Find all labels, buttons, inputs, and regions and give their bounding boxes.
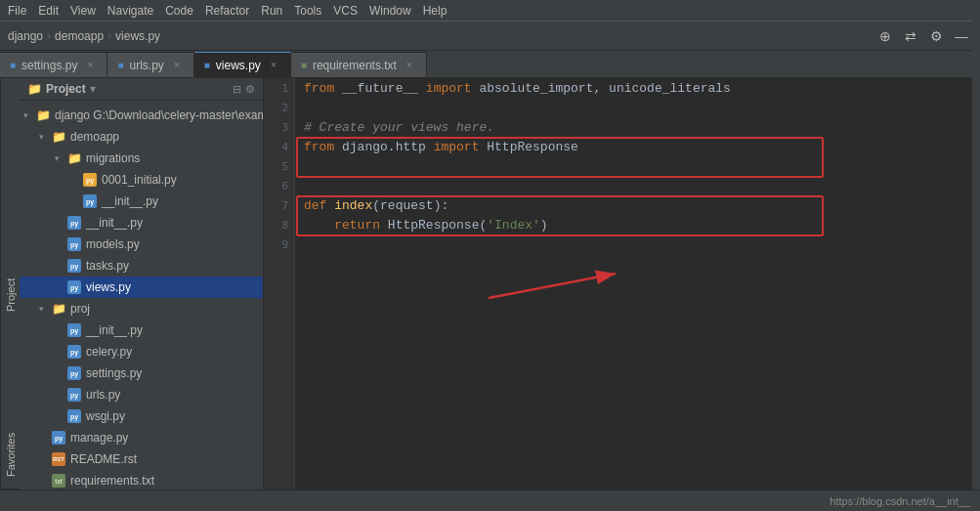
tab-settings-close[interactable]: × xyxy=(83,59,97,72)
py-icon: py xyxy=(52,431,65,445)
toolbar-add-btn[interactable]: ⊕ xyxy=(874,25,896,47)
tree-item-2[interactable]: ▾📁migrations xyxy=(20,148,263,169)
line-numbers: 123456789 xyxy=(264,78,295,511)
line-num-1: 1 xyxy=(264,78,294,98)
tree-item-15[interactable]: pymanage.py xyxy=(20,427,263,448)
py-icon: py xyxy=(67,366,81,380)
tree-item-label-15: manage.py xyxy=(70,431,128,445)
tree-item-8[interactable]: pyviews.py xyxy=(20,277,263,298)
code-line-5 xyxy=(304,156,972,176)
code-line-6 xyxy=(304,176,972,195)
tree-item-0[interactable]: ▾📁django G:\Download\celery-master\examp… xyxy=(20,105,263,126)
code-line-1: from __future__ import absolute_import, … xyxy=(304,78,972,98)
menu-bar: const mdata = JSON.parse(document.getEle… xyxy=(0,0,980,21)
menu-item-code[interactable]: Code xyxy=(165,4,193,18)
toolbar-settings-btn[interactable]: ⚙ xyxy=(925,25,947,47)
line-num-7: 7 xyxy=(264,195,294,215)
tree-item-label-12: settings.py xyxy=(86,366,142,380)
status-url: https://blog.csdn.net/a__int__ xyxy=(830,495,970,507)
tree-item-3[interactable]: py0001_initial.py xyxy=(20,169,263,191)
tree-item-label-7: tasks.py xyxy=(86,259,129,273)
line-num-3: 3 xyxy=(264,117,294,137)
py-icon: py xyxy=(67,409,81,423)
menu-item-file[interactable]: File xyxy=(8,4,26,18)
menu-item-refactor[interactable]: Refactor xyxy=(205,4,249,18)
menu-item-run[interactable]: Run xyxy=(261,4,282,18)
tab-urls-close[interactable]: × xyxy=(170,59,184,72)
tree-item-label-11: celery.py xyxy=(86,345,132,359)
svg-line-1 xyxy=(489,274,616,298)
code-token: (request): xyxy=(372,198,448,213)
code-token: from xyxy=(304,140,334,154)
code-token: absolute_import, unicode_literals xyxy=(472,81,731,96)
py-icon: py xyxy=(67,345,81,359)
sidebar-title-label: Project xyxy=(46,82,86,96)
tree-item-1[interactable]: ▾📁demoapp xyxy=(20,126,263,148)
tree-item-label-6: models.py xyxy=(86,237,140,251)
menu-item-view[interactable]: View xyxy=(70,4,96,18)
toolbar-split-btn[interactable]: ⇄ xyxy=(900,25,921,47)
menu-item-tools[interactable]: Tools xyxy=(294,4,321,18)
tree-item-7[interactable]: pytasks.py xyxy=(20,255,263,277)
tree-item-label-2: migrations xyxy=(86,151,140,165)
project-icon: 📁 xyxy=(27,82,42,96)
menu-item-edit[interactable]: Edit xyxy=(38,4,59,18)
tree-item-11[interactable]: pycelery.py xyxy=(20,341,263,362)
tree-item-label-8: views.py xyxy=(86,280,131,294)
tree-item-label-10: __init__.py xyxy=(86,323,143,337)
code-token: def xyxy=(304,198,326,213)
editor-area[interactable]: 123456789 from __future__ import absolut… xyxy=(264,78,980,511)
tree-item-label-1: demoapp xyxy=(70,130,119,144)
tree-arrow-9: ▾ xyxy=(39,304,51,314)
readme-icon: RST xyxy=(52,452,65,466)
tab-requirements[interactable]: ■ requirements.txt × xyxy=(291,52,427,77)
tree-item-14[interactable]: pywsgi.py xyxy=(20,405,263,427)
tree-arrow-0: ▾ xyxy=(23,110,35,120)
py-icon: py xyxy=(67,237,81,251)
tree-item-9[interactable]: ▾📁proj xyxy=(20,298,263,319)
menu-item-vcs[interactable]: VCS xyxy=(333,4,358,18)
code-token: return xyxy=(334,218,380,233)
py-orange-icon: py xyxy=(83,173,97,187)
tab-settings[interactable]: ■ settings.py × xyxy=(0,52,107,77)
tree-item-10[interactable]: py__init__.py xyxy=(20,319,263,341)
tab-views-close[interactable]: × xyxy=(267,59,280,72)
code-token: import xyxy=(426,81,472,96)
file-tree-panel: 📁 Project ▾ ⊟ ⚙ ▾📁django G:\Download\cel… xyxy=(20,78,264,511)
tab-requirements-label: requirements.txt xyxy=(313,59,397,72)
tree-item-12[interactable]: pysettings.py xyxy=(20,362,263,384)
favorites-tab[interactable]: Favorites xyxy=(0,421,20,490)
tab-urls[interactable]: ■ urls.py × xyxy=(107,52,193,77)
menu-item-window[interactable]: Window xyxy=(369,4,411,18)
line-num-6: 6 xyxy=(264,176,294,195)
settings-icon[interactable]: ⚙ xyxy=(245,83,255,96)
tab-views[interactable]: ■ views.py × xyxy=(194,52,291,77)
code-token: ) xyxy=(540,218,548,233)
breadcrumb-django[interactable]: django xyxy=(8,29,43,43)
tree-item-5[interactable]: py__init__.py xyxy=(20,212,263,234)
tree-item-17[interactable]: txtrequirements.txt xyxy=(20,470,263,491)
py-icon: py xyxy=(67,388,81,402)
tree-item-label-5: __init__.py xyxy=(86,216,143,230)
tree-item-13[interactable]: pyurls.py xyxy=(20,384,263,405)
annotation-arrow xyxy=(489,259,645,308)
toolbar-minimize-btn[interactable]: — xyxy=(951,25,972,47)
line-num-2: 2 xyxy=(264,98,294,117)
breadcrumb-demoapp[interactable]: demoapp xyxy=(55,29,104,43)
collapse-all-icon[interactable]: ⊟ xyxy=(233,83,241,96)
tab-views-icon: ■ xyxy=(204,60,210,70)
tree-item-4[interactable]: py__init__.py xyxy=(20,191,263,212)
tree-item-label-3: 0001_initial.py xyxy=(102,173,177,187)
tree-item-6[interactable]: pymodels.py xyxy=(20,234,263,255)
breadcrumb-views[interactable]: views.py xyxy=(115,29,160,43)
line-num-4: 4 xyxy=(264,137,294,156)
tab-requirements-close[interactable]: × xyxy=(403,59,416,72)
menu-item-navigate[interactable]: Navigate xyxy=(107,4,153,18)
editor-scrollbar[interactable] xyxy=(972,0,980,511)
status-bar: https://blog.csdn.net/a__int__ xyxy=(0,490,980,511)
folder-icon: 📁 xyxy=(67,151,82,165)
tree-item-16[interactable]: RSTREADME.rst xyxy=(20,448,263,470)
tree-item-label-13: urls.py xyxy=(86,388,120,402)
py-icon: py xyxy=(67,259,81,273)
menu-item-help[interactable]: Help xyxy=(423,4,447,18)
